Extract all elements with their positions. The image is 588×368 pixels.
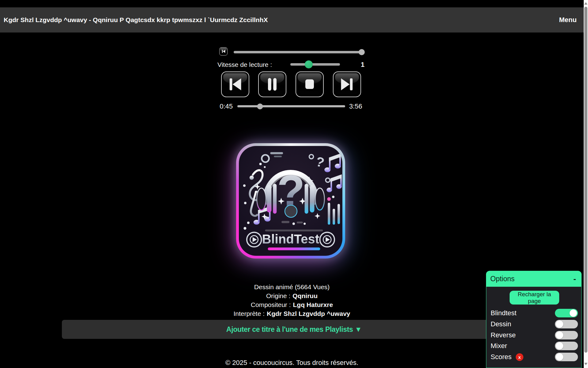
logo-border: ? (236, 143, 345, 259)
collapse-button[interactable]: - (573, 276, 576, 282)
logo-small-question-mark: ? (314, 154, 326, 170)
menu-button[interactable]: Menu (559, 16, 577, 24)
options-panel: Options - Recharger la page BlindtestDes… (486, 271, 582, 368)
pause-icon (264, 76, 281, 93)
composer-value: Lgq Haturxre (293, 301, 333, 308)
origin-label: Origine : (266, 292, 290, 299)
toggle-blindtest[interactable] (555, 309, 578, 317)
composer-label: Compositeur : (251, 301, 291, 308)
pause-button[interactable] (258, 71, 286, 97)
logo-play-icon-left (247, 232, 262, 247)
logo-play-icon-right (320, 232, 334, 247)
options-panel-header: Options - (486, 271, 582, 287)
option-row-dessin: Dessin (486, 320, 581, 329)
toggle-dessin[interactable] (555, 320, 578, 328)
speed-slider-handle[interactable] (305, 60, 313, 68)
scroll-up-arrow[interactable] (584, 2, 587, 5)
reload-page-button[interactable]: Recharger la page (510, 291, 559, 305)
logo-divider (265, 229, 323, 231)
scores-badge[interactable]: x (516, 353, 523, 361)
toggle-knob (556, 342, 563, 350)
previous-button[interactable] (221, 71, 249, 97)
stop-button[interactable] (296, 71, 324, 97)
option-label-mixer: Mixer (491, 342, 507, 350)
speed-value: 1 (361, 61, 364, 69)
logo-question-dot (285, 205, 297, 217)
skip-back-icon (221, 49, 226, 54)
blindtest-logo: ? (232, 140, 349, 262)
logo-title: BlindTest (262, 232, 319, 246)
add-to-playlist-label: Ajouter ce titre à l'une de mes Playlist… (226, 325, 362, 334)
speed-slider[interactable] (290, 60, 340, 68)
option-row-blindtest: Blindtest (486, 309, 581, 318)
speed-label: Vitesse de lecture : (217, 61, 272, 68)
option-row-reverse: Reverse (486, 331, 581, 340)
toggle-knob (556, 353, 563, 361)
origin-value: Qqniruu (292, 292, 318, 299)
next-button[interactable] (333, 71, 361, 97)
logo-equalizer-bars (327, 197, 340, 224)
skip-back-icon (227, 76, 244, 93)
progress-track (237, 105, 345, 107)
volume-slider[interactable] (234, 49, 363, 56)
scrollbar-thumb[interactable] (584, 7, 587, 353)
logo-treble-clef-dot (250, 175, 254, 180)
add-to-playlist-button[interactable]: Ajouter ce titre à l'une de mes Playlist… (62, 320, 526, 339)
toggle-mixer[interactable] (555, 342, 578, 350)
stop-icon (301, 76, 318, 93)
speed-track (290, 63, 340, 66)
app-header: Kgdr Shzl Lzgvddp ^uwavy - Qqniruu P Qag… (0, 7, 584, 33)
volume-track (234, 51, 363, 53)
scrollbar[interactable] (584, 0, 588, 368)
restart-button[interactable] (219, 47, 228, 56)
duration-time: 3:56 (349, 102, 362, 110)
options-title: Options (490, 275, 514, 283)
blindtest-logo-art: ? (239, 146, 342, 256)
options-panel-body: Recharger la page BlindtestDessinReverse… (486, 287, 582, 368)
volume-slider-handle[interactable] (359, 49, 365, 55)
progress-slider[interactable] (237, 103, 345, 109)
logo-underline (268, 247, 320, 250)
progress-slider-handle[interactable] (257, 103, 263, 109)
toggle-knob (556, 332, 563, 339)
skip-forward-icon (338, 76, 356, 93)
scroll-down-arrow[interactable] (584, 363, 587, 365)
toggle-scores[interactable] (555, 353, 578, 361)
blindtest-page: Kgdr Shzl Lzgvddp ^uwavy - Qqniruu P Qag… (0, 0, 588, 368)
toggle-reverse[interactable] (555, 331, 578, 339)
performer-value: Kgdr Shzl Lzgvddp ^uwavy (267, 310, 350, 317)
option-label-reverse: Reverse (491, 331, 516, 339)
option-row-mixer: Mixer (486, 341, 581, 351)
elapsed-time: 0:45 (214, 102, 233, 110)
performer-label: Interprète : (233, 310, 265, 317)
track-title: Kgdr Shzl Lzgvddp ^uwavy - Qqniruu P Qag… (4, 16, 268, 24)
option-label-scores: Scores (491, 353, 511, 361)
option-label-dessin: Dessin (491, 320, 511, 328)
toggle-knob (570, 309, 577, 317)
option-row-scores: Scoresx (486, 352, 581, 362)
option-label-blindtest: Blindtest (491, 309, 516, 317)
toggle-knob (556, 320, 563, 328)
logo-background: ? (239, 146, 342, 256)
